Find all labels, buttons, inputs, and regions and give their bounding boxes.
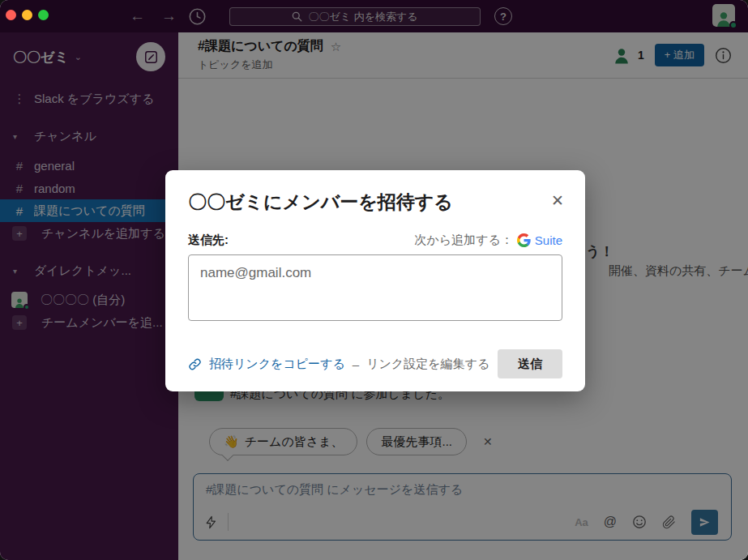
link-icon xyxy=(188,357,202,371)
edit-link-settings[interactable]: リンク設定を編集する xyxy=(366,357,489,372)
slack-window: ← → 〇〇ゼミ 内を検索する ? xyxy=(0,0,748,560)
gsuite-label: Suite xyxy=(535,233,562,247)
copy-invite-link[interactable]: 招待リンクをコピーする xyxy=(209,357,345,372)
minimize-window-button[interactable] xyxy=(22,10,32,20)
close-window-button[interactable] xyxy=(6,10,16,20)
close-icon[interactable]: ✕ xyxy=(551,191,564,210)
add-from-gsuite-link[interactable]: 次から追加する： Suite xyxy=(414,233,562,248)
zoom-window-button[interactable] xyxy=(38,10,49,20)
window-controls xyxy=(6,10,49,20)
separator-dash: – xyxy=(353,357,359,371)
modal-title: 〇〇ゼミにメンバーを招待する xyxy=(188,190,562,215)
invite-members-modal: 〇〇ゼミにメンバーを招待する ✕ 送信先: 次から追加する： Suite xyxy=(165,170,585,391)
send-invite-button[interactable]: 送信 xyxy=(498,349,562,378)
invite-email-input[interactable] xyxy=(188,254,562,321)
send-to-label: 送信先: xyxy=(188,233,229,248)
google-logo-icon xyxy=(517,233,531,247)
